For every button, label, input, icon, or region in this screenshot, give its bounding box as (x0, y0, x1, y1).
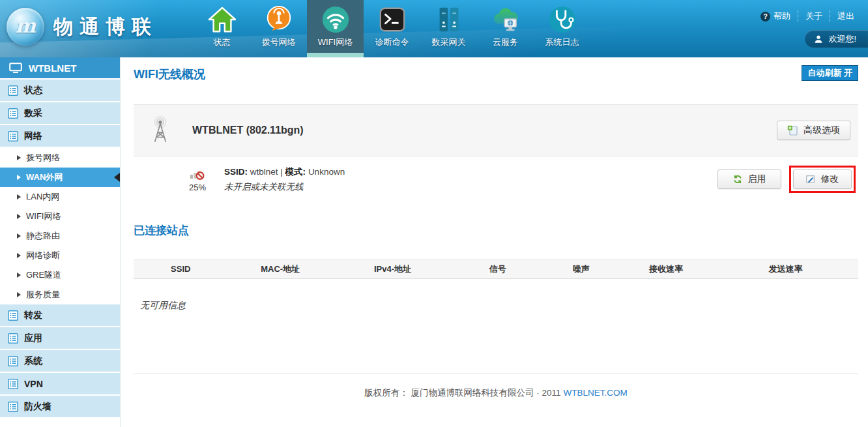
auto-refresh-toggle[interactable]: 自动刷新 开 (802, 65, 858, 81)
terminal-icon (377, 5, 407, 35)
footer-divider (134, 374, 858, 374)
col-rx-rate: 接收速率 (619, 259, 714, 279)
list-icon (8, 333, 18, 344)
sidebar-item-status[interactable]: 状态 (0, 80, 120, 102)
signal-disabled-icon (190, 167, 206, 181)
help-link[interactable]: ? 帮助 (753, 10, 798, 22)
list-icon (8, 108, 18, 119)
enable-button[interactable]: 启用 (717, 169, 781, 189)
list-icon (8, 402, 18, 412)
sidebar-item-label: 静态路由 (26, 230, 60, 242)
sidebar-item-label: WIFI网络 (26, 211, 61, 222)
welcome-label: 欢迎您! (828, 33, 856, 45)
stations-empty-message: 无可用信息 (140, 300, 858, 312)
list-icon (8, 310, 18, 321)
caret-right-icon (17, 214, 21, 219)
sidebar-item-data-collection[interactable]: 数采 (0, 102, 120, 125)
sidebar-item-wan[interactable]: WAN外网 (0, 168, 120, 187)
footer: 版权所有： 厦门物通博联网络科技有限公司 · 2011 WTBLNET.COM (134, 387, 858, 399)
copyright-text: 版权所有： 厦门物通博联网络科技有限公司 · 2011 (364, 388, 560, 398)
sidebar-item-label: 数采 (24, 108, 42, 119)
sidebar-item-label: 拨号网络 (26, 152, 60, 164)
sidebar-item-forwarding[interactable]: 转发 (0, 304, 120, 327)
signal-percent: 25% (189, 183, 206, 192)
top-header: m 物通博联 状态 拨号网络 (0, 0, 868, 57)
sidebar-item-label: 转发 (24, 310, 42, 321)
syslog-icon (547, 5, 577, 35)
sidebar-item-static-route[interactable]: 静态路由 (0, 226, 120, 246)
mode-label: 模式: (285, 167, 306, 177)
list-icon (8, 131, 18, 141)
caret-right-icon (17, 194, 21, 199)
col-mac: MAC-地址 (228, 259, 333, 279)
advanced-options-button[interactable]: 高级选项 (777, 121, 850, 140)
refresh-icon (733, 175, 742, 184)
monitor-icon (9, 63, 22, 74)
nav-label: 诊断命令 (375, 37, 409, 48)
col-ssid: SSID (134, 259, 228, 279)
sidebar-item-dial-network[interactable]: 拨号网络 (0, 148, 120, 168)
about-link[interactable]: 关于 (798, 10, 830, 22)
nav-tab-status[interactable]: 状态 (194, 0, 250, 57)
sidebar-item-network[interactable]: 网络 (0, 125, 120, 148)
nav-tab-wifi-network[interactable]: WIFI网络 (307, 0, 364, 57)
cloud-icon (491, 5, 521, 35)
nav-label: 拨号网络 (262, 37, 296, 48)
sidebar: WTBLNET 状态 数采 网络 拨号网络 WAN外网 LAN内网 WIFI网络… (0, 57, 121, 427)
nav-tab-dial-network[interactable]: 拨号网络 (250, 0, 307, 57)
logo-sphere-icon: m (7, 8, 44, 46)
sidebar-item-label: 服务质量 (26, 289, 60, 301)
caret-right-icon (17, 155, 21, 160)
sidebar-item-label: 应用 (24, 332, 42, 344)
sidebar-item-applications[interactable]: 应用 (0, 327, 120, 350)
sidebar-item-firewall[interactable]: 防火墙 (0, 396, 120, 419)
question-icon: ? (760, 12, 770, 22)
col-ipv4: IPv4-地址 (333, 259, 452, 279)
nav-label: WIFI网络 (318, 37, 353, 48)
sidebar-item-system[interactable]: 系统 (0, 350, 120, 373)
network-title: WTBLNET (802.11bgn) (192, 125, 777, 136)
caret-right-icon (17, 175, 21, 180)
nav-tab-cloud[interactable]: 云服务 (477, 0, 534, 57)
sidebar-item-vpn[interactable]: VPN (0, 373, 120, 396)
logo-text: 物通博联 (53, 14, 158, 40)
edit-icon (806, 175, 815, 184)
sidebar-item-qos[interactable]: 服务质量 (0, 285, 120, 304)
site-link[interactable]: WTBLNET.COM (563, 388, 627, 398)
sidebar-item-label: WAN外网 (26, 171, 63, 183)
ssid-line: SSID: wtblnet | 模式: Unknown (224, 166, 717, 178)
wifi-status-text: 未开启或未关联无线 (224, 181, 717, 193)
logout-label: 退出 (837, 10, 854, 22)
nav-tab-syslog[interactable]: 系统日志 (534, 0, 590, 57)
sidebar-item-net-diagnostics[interactable]: 网络诊断 (0, 246, 120, 265)
logout-link[interactable]: 退出 (830, 10, 861, 22)
sidebar-item-lan[interactable]: LAN内网 (0, 187, 120, 207)
modify-button[interactable]: 修改 (793, 169, 852, 189)
welcome-pill[interactable]: 欢迎您! (805, 30, 868, 48)
nav-label: 状态 (214, 37, 231, 48)
wifi-status-row: 25% SSID: wtblnet | 模式: Unknown 未开启或未关联无… (134, 156, 858, 202)
home-icon (207, 5, 237, 35)
wifi-section-header: WTBLNET (802.11bgn) 高级选项 (134, 104, 858, 156)
ssid-info: SSID: wtblnet | 模式: Unknown 未开启或未关联无线 (224, 166, 717, 193)
stations-table-header-row: SSID MAC-地址 IPv4-地址 信号 噪声 接收速率 发送速率 (134, 259, 858, 279)
mode-value: Unknown (308, 167, 345, 177)
stations-table: SSID MAC-地址 IPv4-地址 信号 噪声 接收速率 发送速率 (134, 259, 858, 279)
sidebar-item-wifi[interactable]: WIFI网络 (0, 207, 120, 226)
separator: | (280, 167, 283, 177)
about-label: 关于 (805, 10, 822, 22)
top-nav: 状态 拨号网络 WIFI网络 (194, 0, 590, 57)
page-title: WIFI无线概况 (134, 65, 205, 82)
wifi-icon (321, 5, 351, 35)
sidebar-item-gre-tunnel[interactable]: GRE隧道 (0, 265, 120, 285)
ssid-label: SSID: (224, 167, 248, 177)
logo: m 物通博联 (7, 8, 158, 46)
help-label: 帮助 (774, 10, 790, 22)
caret-right-icon (17, 253, 21, 258)
list-icon (8, 379, 18, 389)
main-content: WIFI无线概况 自动刷新 开 WTBLNET (802.11bgn) 高级选项 (121, 57, 868, 427)
nav-tab-diagnostic[interactable]: 诊断命令 (364, 0, 420, 57)
sidebar-item-label: 网络 (24, 130, 42, 142)
nav-tab-gateway[interactable]: 数采网关 (420, 0, 477, 57)
wifi-action-buttons: 启用 修改 (717, 166, 858, 193)
